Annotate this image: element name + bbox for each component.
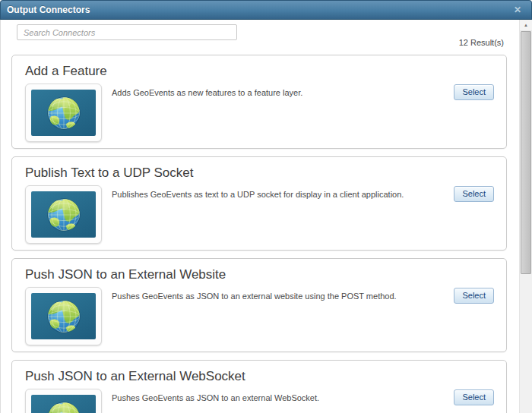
globe-icon: [43, 296, 84, 337]
results-count: 12 Result(s): [459, 38, 504, 47]
connector-card: Publish Text to a UDP Socket: [11, 156, 507, 251]
thumbnail-image: [31, 90, 96, 136]
thumbnail-image: [31, 191, 96, 238]
thumbnail-image: [31, 293, 96, 339]
connector-title: Push JSON to an External WebSocket: [25, 369, 494, 384]
scrollbar-thumb[interactable]: [521, 31, 531, 274]
connector-row: Publishes GeoEvents as text to a UDP soc…: [25, 185, 494, 244]
search-input[interactable]: [17, 24, 237, 40]
vertical-scrollbar[interactable]: ▲: [519, 20, 532, 413]
connector-title: Add a Feature: [25, 64, 494, 79]
connector-title: Publish Text to a UDP Socket: [25, 166, 494, 181]
scroll-up-arrow-icon[interactable]: ▲: [520, 20, 532, 31]
connector-thumbnail: [25, 185, 102, 244]
globe-icon: [43, 398, 84, 413]
select-button[interactable]: Select: [454, 84, 494, 100]
dialog-body: 12 Result(s) Add a Feature: [0, 20, 519, 413]
connector-card: Push JSON to an External Website: [11, 258, 507, 352]
connector-description: Pushes GeoEvents as JSON to an external …: [102, 287, 454, 302]
select-button[interactable]: Select: [454, 389, 494, 405]
connector-row: Pushes GeoEvents as JSON to an external …: [25, 389, 494, 413]
close-icon[interactable]: ✕: [512, 4, 523, 16]
connector-description: Adds GeoEvents as new features to a feat…: [102, 84, 454, 99]
thumbnail-image: [31, 395, 96, 413]
globe-icon: [43, 93, 84, 134]
connector-card: Add a Feature: [11, 55, 507, 149]
connector-thumbnail: [25, 287, 102, 345]
connector-row: Pushes GeoEvents as JSON to an external …: [25, 287, 494, 345]
select-button[interactable]: Select: [454, 288, 494, 304]
connector-card: Push JSON to an External WebSocket: [11, 360, 507, 413]
connector-thumbnail: [25, 84, 102, 142]
select-button[interactable]: Select: [454, 186, 494, 202]
connector-description: Publishes GeoEvents as text to a UDP soc…: [102, 185, 454, 200]
connector-thumbnail: [25, 389, 102, 413]
output-connectors-dialog: Output Connectors ✕ 12 Result(s) Add a F…: [0, 0, 532, 413]
connector-title: Push JSON to an External Website: [25, 267, 494, 282]
globe-icon: [43, 194, 84, 235]
connector-row: Adds GeoEvents as new features to a feat…: [25, 84, 494, 142]
connector-description: Pushes GeoEvents as JSON to an external …: [102, 389, 454, 404]
dialog-title: Output Connectors: [1, 1, 531, 19]
connector-list: Add a Feature: [11, 55, 507, 413]
dialog-titlebar: Output Connectors ✕: [0, 0, 532, 20]
